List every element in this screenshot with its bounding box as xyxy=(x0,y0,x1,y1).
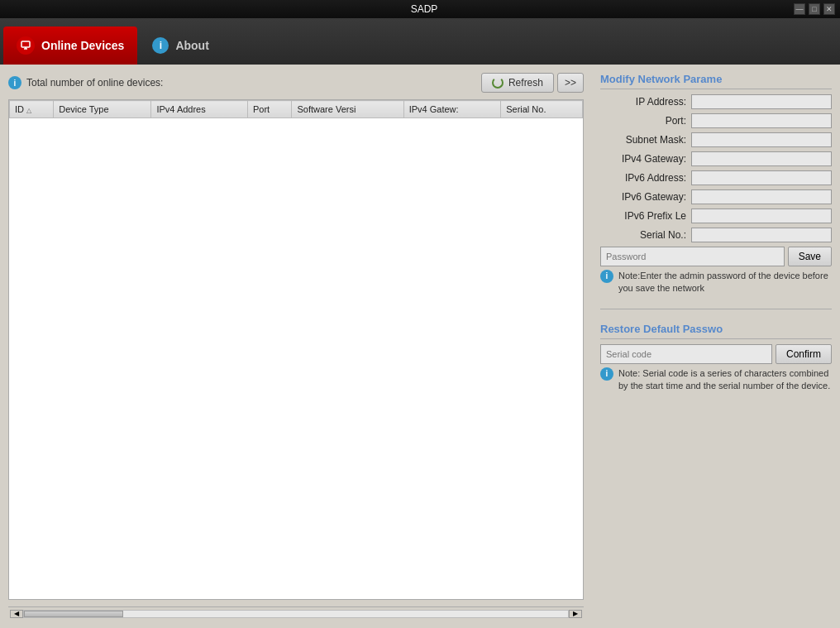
subnet-mask-row: Subnet Mask: xyxy=(600,132,832,147)
monitor-icon xyxy=(17,36,35,55)
ipv6-gateway-input[interactable] xyxy=(691,189,832,204)
close-button[interactable]: ✕ xyxy=(823,3,835,15)
modify-network-section: Modify Network Parame IP Address: Port: … xyxy=(600,73,832,295)
toolbar-right: Refresh >> xyxy=(481,73,584,93)
toolbar-left: i Total number of online devices: xyxy=(8,76,163,89)
scrollbar-track[interactable] xyxy=(23,610,569,618)
scroll-left-arrow[interactable]: ◀ xyxy=(10,610,23,618)
port-input[interactable] xyxy=(691,113,832,128)
right-panel: Modify Network Parame IP Address: Port: … xyxy=(592,65,840,628)
left-panel: i Total number of online devices: Refres… xyxy=(0,65,592,628)
restore-note-info-icon: i xyxy=(600,367,613,381)
col-id[interactable]: ID △ xyxy=(10,101,54,118)
note-info-icon: i xyxy=(600,270,613,283)
serial-no-row: Serial No.: xyxy=(600,228,832,242)
scrollbar-thumb[interactable] xyxy=(24,611,123,617)
subnet-mask-input[interactable] xyxy=(691,132,832,147)
info-circle-icon: i xyxy=(152,37,169,54)
window-title: SADP xyxy=(55,3,794,15)
restore-note-text: Note: Serial code is a series of charact… xyxy=(618,367,832,393)
ip-address-label: IP Address: xyxy=(600,96,691,108)
more-button[interactable]: >> xyxy=(557,73,584,93)
ipv6-prefix-row: IPv6 Prefix Le xyxy=(600,209,832,223)
col-ipv4-address[interactable]: IPv4 Addres xyxy=(151,101,248,118)
tab-online-devices-label: Online Devices xyxy=(41,39,124,52)
ipv6-gateway-label: IPv6 Gateway: xyxy=(600,191,691,203)
ipv6-prefix-label: IPv6 Prefix Le xyxy=(600,210,691,222)
port-row: Port: xyxy=(600,113,832,128)
total-devices-label: Total number of online devices: xyxy=(26,77,163,89)
ipv6-gateway-row: IPv6 Gateway: xyxy=(600,189,832,204)
serial-code-row: Confirm xyxy=(600,344,832,364)
scroll-right-arrow[interactable]: ▶ xyxy=(569,610,582,618)
section-divider xyxy=(600,309,832,309)
col-ipv4-gateway[interactable]: IPv4 Gatew: xyxy=(403,101,501,118)
svg-rect-0 xyxy=(21,41,30,47)
table-header-row: ID △ Device Type IPv4 Addres Port Softwa… xyxy=(10,101,583,118)
ip-address-row: IP Address: xyxy=(600,94,832,109)
sort-icon: △ xyxy=(26,107,31,114)
tab-about[interactable]: i About xyxy=(139,26,222,65)
ipv6-address-label: IPv6 Address: xyxy=(600,172,691,184)
subnet-mask-label: Subnet Mask: xyxy=(600,134,691,146)
toolbar: i Total number of online devices: Refres… xyxy=(8,73,584,93)
ipv4-gateway-input[interactable] xyxy=(691,151,832,166)
modify-network-title: Modify Network Parame xyxy=(600,73,832,89)
network-note-text: Note:Enter the admin password of the dev… xyxy=(618,270,832,295)
info-icon: i xyxy=(8,76,21,89)
main-content: i Total number of online devices: Refres… xyxy=(0,65,840,628)
ip-address-input[interactable] xyxy=(691,94,832,109)
restore-button[interactable]: □ xyxy=(809,3,820,15)
refresh-label: Refresh xyxy=(508,77,543,89)
restore-note-box: i Note: Serial code is a series of chara… xyxy=(600,367,832,393)
serial-no-input[interactable] xyxy=(691,228,832,242)
minimize-button[interactable]: — xyxy=(794,3,805,15)
title-bar: SADP — □ ✕ xyxy=(0,0,840,18)
refresh-icon xyxy=(492,77,504,89)
save-button[interactable]: Save xyxy=(788,247,832,266)
ipv6-address-row: IPv6 Address: xyxy=(600,170,832,185)
ipv6-address-input[interactable] xyxy=(691,170,832,185)
serial-code-input[interactable] xyxy=(600,344,772,364)
password-row: Save xyxy=(600,247,832,266)
restore-password-title: Restore Default Passwo xyxy=(600,323,832,339)
refresh-button[interactable]: Refresh xyxy=(481,73,554,93)
password-input[interactable] xyxy=(600,247,785,266)
horizontal-scrollbar[interactable]: ◀ ▶ xyxy=(8,606,584,620)
device-table-container[interactable]: ID △ Device Type IPv4 Addres Port Softwa… xyxy=(8,99,584,600)
ipv4-gateway-row: IPv4 Gateway: xyxy=(600,151,832,166)
ipv4-gateway-label: IPv4 Gateway: xyxy=(600,153,691,165)
restore-password-section: Restore Default Passwo Confirm i Note: S… xyxy=(600,323,832,393)
network-note-box: i Note:Enter the admin password of the d… xyxy=(600,270,832,295)
port-label: Port: xyxy=(600,115,691,127)
tab-about-label: About xyxy=(175,39,208,52)
col-device-type[interactable]: Device Type xyxy=(54,101,151,118)
col-software-version[interactable]: Software Versi xyxy=(292,101,403,118)
window-controls: — □ ✕ xyxy=(794,3,835,15)
col-serial-no[interactable]: Serial No. xyxy=(501,101,583,118)
tab-bar: Online Devices i About xyxy=(0,18,840,65)
col-port[interactable]: Port xyxy=(247,101,291,118)
serial-no-label: Serial No.: xyxy=(600,229,691,241)
tab-online-devices[interactable]: Online Devices xyxy=(3,26,137,65)
confirm-button[interactable]: Confirm xyxy=(776,344,832,364)
ipv6-prefix-input[interactable] xyxy=(691,209,832,223)
device-table: ID △ Device Type IPv4 Addres Port Softwa… xyxy=(9,100,583,118)
